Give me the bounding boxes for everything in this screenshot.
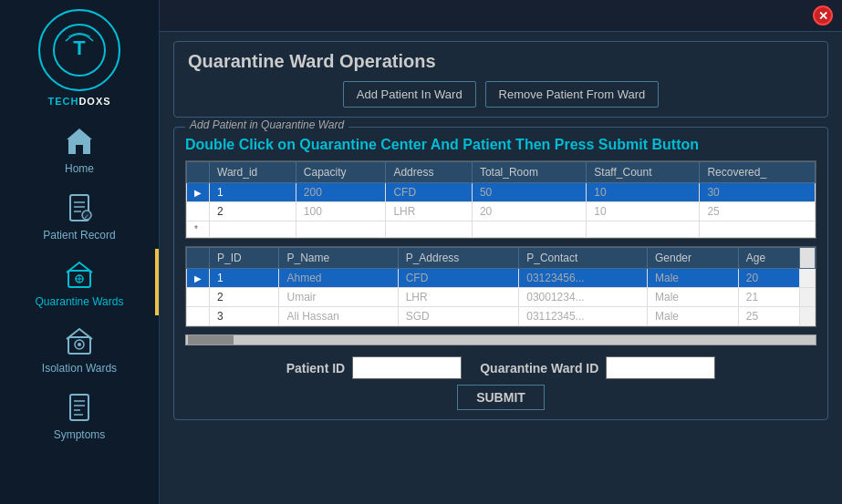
ward-id-group: Quarantine Ward ID (480, 356, 715, 379)
main-content: ✕ Quarantine Ward Operations Add Patient… (160, 0, 842, 504)
ward-id-cell: 2 (210, 202, 296, 221)
row-selector (187, 202, 210, 221)
sidebar-item-home[interactable]: Home (0, 116, 159, 182)
logo: T (38, 9, 120, 91)
home-icon (61, 123, 98, 159)
quarantine-icon (61, 256, 98, 293)
capacity-cell: 200 (296, 183, 386, 202)
table-row[interactable]: ▶ 1 200 CFD 50 10 30 (187, 183, 816, 202)
contact-cell: 03123456... (519, 269, 648, 288)
total-room-cell: 50 (472, 183, 586, 202)
paddress-cell: SGD (398, 307, 519, 326)
row-selector: ▶ (187, 269, 210, 288)
patient-table-wrapper: P_ID P_Name P_Address P_Contact Gender A… (185, 246, 816, 327)
header-buttons: Add Patient In Ward Remove Patient From … (188, 81, 814, 108)
table-row[interactable]: 2 Umair LHR 03001234... Male 21 (187, 288, 816, 307)
pid-cell: 2 (210, 288, 279, 307)
patient-table: P_ID P_Name P_Address P_Contact Gender A… (186, 247, 816, 326)
content-area: Quarantine Ward Operations Add Patient I… (160, 32, 842, 504)
patient-col-name: P_Name (279, 248, 398, 269)
address-cell: LHR (386, 202, 472, 221)
table-row[interactable]: * (187, 221, 816, 238)
quarantine-ward-id-input[interactable] (606, 356, 715, 379)
ward-col-arrow (187, 162, 210, 183)
gender-cell: Male (647, 288, 738, 307)
isolation-icon (61, 323, 98, 359)
horizontal-scrollbar[interactable] (185, 334, 816, 345)
staff-count-cell: 10 (587, 183, 700, 202)
ward-col-capacity: Capacity (296, 162, 386, 183)
patient-col-gender: Gender (647, 248, 738, 269)
patient-col-address: P_Address (398, 248, 519, 269)
paddress-cell: CFD (398, 269, 519, 288)
title-bar: ✕ (160, 0, 842, 32)
age-cell: 20 (738, 269, 799, 288)
table-row[interactable]: 2 100 LHR 20 10 25 (187, 202, 816, 221)
sidebar: T TECHDOXS Home ✓ Patient Record (0, 0, 160, 504)
staff-count-cell (587, 221, 700, 238)
svg-text:T: T (73, 36, 86, 59)
instruction-text: Double Click on Quarantine Center And Pa… (185, 137, 816, 153)
staff-count-cell: 10 (587, 202, 700, 221)
pid-cell: 1 (210, 269, 279, 288)
svg-point-15 (78, 343, 81, 346)
row-selector (187, 307, 210, 326)
address-cell (386, 221, 472, 238)
patient-id-group: Patient ID (286, 356, 463, 379)
ward-col-staff-count: Staff_Count (587, 162, 700, 183)
remove-patient-button[interactable]: Remove Patient From Ward (485, 81, 660, 108)
patient-id-input[interactable] (352, 356, 462, 379)
sidebar-item-patient-record[interactable]: ✓ Patient Record (0, 182, 159, 249)
recovered-cell: 30 (700, 183, 816, 202)
sidebar-item-label: Symptoms (54, 428, 106, 441)
table-row[interactable]: 3 Ali Hassan SGD 03112345... Male 25 (187, 307, 816, 326)
quarantine-panel: Add Patient in Quarantine Ward Double Cl… (173, 127, 828, 420)
address-cell: CFD (386, 183, 472, 202)
patient-col-pid: P_ID (210, 248, 279, 269)
bottom-form: Patient ID Quarantine Ward ID (185, 353, 816, 379)
panel-title: Add Patient in Quarantine Ward (185, 118, 348, 131)
add-patient-button[interactable]: Add Patient In Ward (343, 81, 476, 108)
ward-id-cell: 1 (210, 183, 296, 202)
age-cell: 21 (738, 288, 799, 307)
sidebar-item-label: Quarantine Wards (36, 295, 124, 308)
paddress-cell: LHR (398, 288, 519, 307)
sidebar-item-label: Isolation Wards (42, 362, 117, 375)
table-row[interactable]: ▶ 1 Ahmed CFD 03123456... Male 20 (187, 269, 816, 288)
sidebar-item-symptoms[interactable]: Symptoms (0, 382, 159, 448)
name-cell: Ali Hassan (279, 307, 398, 326)
scroll-col (800, 248, 816, 269)
app-name: TECHDOXS (47, 96, 110, 107)
submit-button[interactable]: SUBMIT (457, 385, 545, 410)
page-title: Quarantine Ward Operations (188, 51, 436, 72)
total-room-cell (472, 221, 586, 238)
submit-row: SUBMIT (185, 385, 816, 410)
gender-cell: Male (647, 307, 738, 326)
header-section: Quarantine Ward Operations Add Patient I… (173, 41, 828, 118)
recovered-cell: 25 (700, 202, 816, 221)
sidebar-item-quarantine-wards[interactable]: Quarantine Wards (0, 249, 159, 315)
close-button[interactable]: ✕ (813, 5, 833, 26)
sidebar-item-label: Patient Record (43, 229, 115, 242)
patient-id-label: Patient ID (286, 361, 346, 375)
patient-col-arrow (187, 248, 210, 269)
row-selector (187, 288, 210, 307)
scroll-thumb (188, 335, 234, 345)
svg-rect-16 (70, 395, 88, 420)
sidebar-item-label: Home (65, 162, 94, 175)
active-indicator (155, 249, 159, 315)
row-selector: * (187, 221, 210, 238)
ward-table: Ward_id Capacity Address Total_Room Staf… (186, 161, 816, 238)
contact-cell: 03001234... (519, 288, 648, 307)
patient-col-contact: P_Contact (519, 248, 648, 269)
row-selector: ▶ (187, 183, 210, 202)
recovered-cell (700, 221, 816, 238)
symptoms-icon (61, 389, 98, 426)
total-room-cell: 20 (472, 202, 586, 221)
sidebar-item-isolation-wards[interactable]: Isolation Wards (0, 315, 159, 382)
ward-col-address: Address (386, 162, 472, 183)
patient-table-container: P_ID P_Name P_Address P_Contact Gender A… (185, 246, 816, 345)
capacity-cell (296, 221, 386, 238)
ward-col-recovered: Recovered_ (700, 162, 816, 183)
ward-table-wrapper: Ward_id Capacity Address Total_Room Staf… (185, 160, 816, 239)
